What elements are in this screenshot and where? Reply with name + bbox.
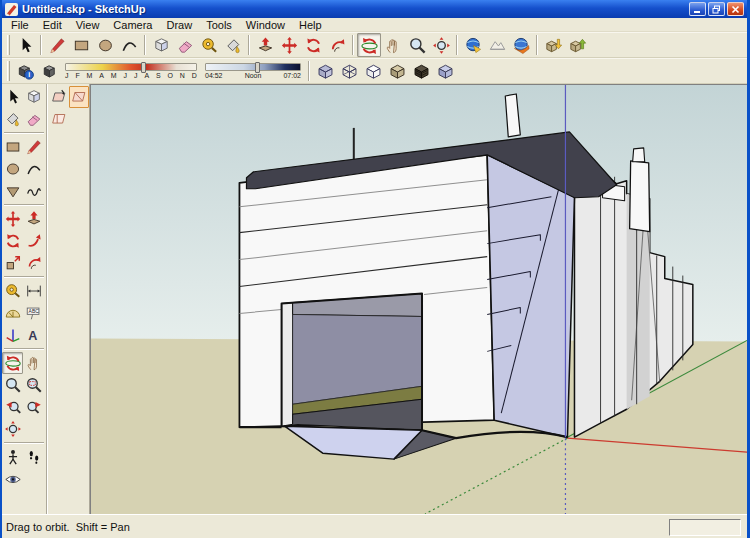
- tool-button-push-pull[interactable]: [23, 208, 44, 230]
- tool-button-tape-measure[interactable]: [2, 280, 23, 302]
- measurements-box[interactable]: [669, 519, 741, 536]
- tool-button-offset[interactable]: [23, 252, 44, 274]
- tool-button-select[interactable]: [13, 33, 37, 57]
- tool-button-orbit[interactable]: [357, 33, 381, 57]
- tool-button-arc[interactable]: [117, 33, 141, 57]
- tool-button-pan[interactable]: [381, 33, 405, 57]
- tool-button-look-around[interactable]: [2, 468, 23, 490]
- menu-item-file[interactable]: File: [4, 18, 36, 32]
- tool-button-freehand[interactable]: [23, 180, 44, 202]
- get-models-icon: [544, 36, 563, 55]
- tool-button-display-section-planes[interactable]: [69, 86, 89, 108]
- menu-item-tools[interactable]: Tools: [199, 18, 239, 32]
- tool-button-polygon[interactable]: [2, 180, 23, 202]
- month-label: N: [180, 72, 185, 80]
- tool-button-3d-text[interactable]: A: [23, 324, 44, 346]
- face-style-button-x-ray[interactable]: [313, 59, 337, 83]
- tool-button-toggle-terrain[interactable]: [485, 33, 509, 57]
- shadow-time-slider[interactable]: 04:52 Noon 07:02: [205, 63, 301, 80]
- tool-button-zoom[interactable]: [405, 33, 429, 57]
- tool-button-section-plane[interactable]: [49, 86, 69, 108]
- large-tool-set: ABCA: [2, 86, 46, 490]
- tool-button-shadow-settings[interactable]: i: [13, 59, 37, 83]
- tool-button-protractor[interactable]: [2, 302, 23, 324]
- month-label: F: [75, 72, 79, 80]
- tool-button-zoom[interactable]: [2, 374, 23, 396]
- tool-button-move[interactable]: [2, 208, 23, 230]
- face-style-button-wireframe[interactable]: [337, 59, 361, 83]
- tool-button-position-camera[interactable]: [2, 446, 23, 468]
- tool-button-make-component[interactable]: [23, 86, 44, 108]
- tool-button-select[interactable]: [2, 86, 23, 108]
- tool-button-follow-me[interactable]: [23, 230, 44, 252]
- tool-button-arc[interactable]: [23, 158, 44, 180]
- face-style-button-monochrome[interactable]: [433, 59, 457, 83]
- face-style-button-shaded-with-textures[interactable]: [409, 59, 433, 83]
- restore-button[interactable]: [708, 2, 725, 16]
- tool-button-text[interactable]: ABC: [23, 302, 44, 324]
- tool-button-share-model[interactable]: [565, 33, 589, 57]
- face-style-button-shaded[interactable]: [385, 59, 409, 83]
- tool-button-photo-textures[interactable]: [509, 33, 533, 57]
- time-slider-thumb[interactable]: [255, 62, 260, 73]
- tool-button-pan[interactable]: [23, 352, 44, 374]
- model-canvas[interactable]: [91, 85, 747, 514]
- tool-button-walk[interactable]: [23, 446, 44, 468]
- menu-item-view[interactable]: View: [69, 18, 107, 32]
- tool-button-zoom-extents[interactable]: [2, 418, 23, 440]
- shadow-date-slider[interactable]: JFMAMJJASOND: [65, 63, 197, 80]
- tool-button-move[interactable]: [277, 33, 301, 57]
- tool-button-previous[interactable]: [2, 396, 23, 418]
- menu-item-window[interactable]: Window: [239, 18, 292, 32]
- tool-button-offset[interactable]: [325, 33, 349, 57]
- tool-button-eraser[interactable]: [173, 33, 197, 57]
- text-icon: ABC: [25, 304, 43, 322]
- tool-button-rectangle[interactable]: [69, 33, 93, 57]
- menu-item-help[interactable]: Help: [292, 18, 329, 32]
- next-icon: [25, 398, 43, 416]
- tool-button-rotate[interactable]: [301, 33, 325, 57]
- tool-button-orbit[interactable]: [2, 352, 23, 374]
- tool-button-push-pull[interactable]: [253, 33, 277, 57]
- rectangle-icon: [72, 36, 91, 55]
- minimize-button[interactable]: [689, 2, 706, 16]
- menu-item-draw[interactable]: Draw: [159, 18, 199, 32]
- tool-button-get-current-view[interactable]: [461, 33, 485, 57]
- tool-button-dimension[interactable]: [23, 280, 44, 302]
- tool-button-toggle-shadows[interactable]: [37, 59, 61, 83]
- month-label: J: [65, 72, 69, 80]
- tool-button-circle[interactable]: [2, 158, 23, 180]
- date-slider-thumb[interactable]: [141, 62, 146, 73]
- tool-button-next[interactable]: [23, 396, 44, 418]
- tool-button-line[interactable]: [23, 136, 44, 158]
- sketchup-window: Untitled.skp - SketchUp FileEditViewCame…: [0, 0, 750, 538]
- tool-button-axes[interactable]: [2, 324, 23, 346]
- menu-item-camera[interactable]: Camera: [106, 18, 159, 32]
- garage-jamb[interactable]: [282, 302, 293, 426]
- toolbar-grip[interactable]: [7, 61, 10, 81]
- viewport-3d[interactable]: [90, 84, 747, 514]
- tool-button-display-section-cuts[interactable]: [49, 108, 69, 130]
- tool-button-eraser[interactable]: [23, 108, 44, 130]
- tool-button-paint-bucket[interactable]: [2, 108, 23, 130]
- toolset-separator: [4, 276, 44, 278]
- tool-button-get-models[interactable]: [541, 33, 565, 57]
- tool-button-rotate[interactable]: [2, 230, 23, 252]
- tool-button-circle[interactable]: [93, 33, 117, 57]
- tool-button-zoom-window[interactable]: [23, 374, 44, 396]
- tool-button-zoom-extents[interactable]: [429, 33, 453, 57]
- tool-button-line[interactable]: [45, 33, 69, 57]
- time-slider-groove[interactable]: [205, 63, 301, 71]
- tool-button-tape-measure[interactable]: [197, 33, 221, 57]
- tool-button-scale[interactable]: [2, 252, 23, 274]
- toolbar-grip[interactable]: [7, 35, 10, 55]
- close-button[interactable]: [727, 2, 744, 16]
- section-plane-icon: [50, 88, 68, 106]
- face-style-button-hidden-line[interactable]: [361, 59, 385, 83]
- tool-button-paint-bucket[interactable]: [221, 33, 245, 57]
- menu-item-edit[interactable]: Edit: [36, 18, 69, 32]
- tool-button-make-component[interactable]: [149, 33, 173, 57]
- tool-button-rectangle[interactable]: [2, 136, 23, 158]
- date-slider-groove[interactable]: [65, 63, 197, 71]
- push-pull-icon: [256, 36, 275, 55]
